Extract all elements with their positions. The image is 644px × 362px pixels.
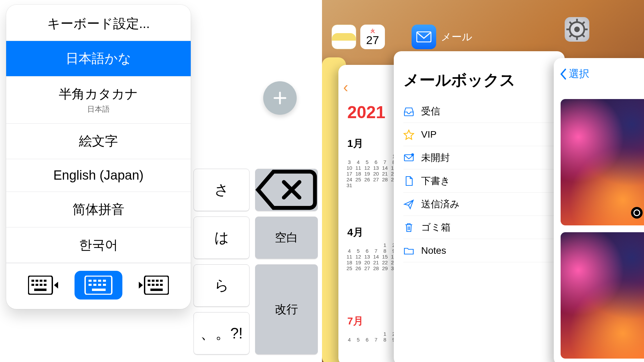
svg-rect-6	[36, 284, 38, 286]
switcher-app-mail[interactable]: メール	[412, 25, 472, 49]
svg-rect-7	[40, 284, 42, 286]
switcher-card-mail[interactable]: メールボックス 受信VIP未開封下書き送信済みゴミ箱Notes	[394, 51, 565, 362]
wallpaper-preview[interactable]	[561, 99, 644, 225]
dock-left-button[interactable]	[19, 271, 67, 300]
svg-rect-30	[417, 32, 431, 42]
keyboard-dock-row	[6, 263, 191, 309]
svg-rect-9	[34, 289, 46, 291]
wallpaper-preview[interactable]	[561, 232, 644, 359]
key-ra[interactable]: ら	[193, 264, 250, 307]
mail-rows: 受信VIP未開封下書き送信済みゴミ箱Notes	[403, 100, 565, 262]
key-enter[interactable]: 改行	[255, 264, 318, 354]
kbd-option-label: 半角カタカナ	[59, 87, 138, 101]
switcher-app-settings[interactable]	[565, 17, 589, 42]
mail-card-title: メールボックス	[403, 70, 565, 91]
mail-row-unread[interactable]: 未開封	[403, 146, 562, 169]
mail-row-label: VIP	[421, 129, 437, 140]
mail-row-label: 受信	[421, 105, 440, 118]
settings-back-button[interactable]: 選択	[554, 58, 644, 90]
key-punct[interactable]: 、。?!	[193, 312, 250, 354]
key-delete[interactable]	[255, 169, 318, 211]
mail-row-label: 送信済み	[421, 198, 460, 211]
kbd-option-label: 絵文字	[79, 134, 118, 148]
calendar-back-icon: ‹	[343, 79, 348, 96]
svg-rect-11	[89, 280, 92, 282]
mail-row-inbox[interactable]: 受信	[403, 100, 562, 123]
kbd-option-label: English (Japan)	[53, 168, 144, 182]
keyboard-area: さ は 空白 ら 改行 、。?! キーボード設定... 日本語かな 半角カタカナ	[0, 0, 322, 362]
kbd-option-chinese[interactable]: 简体拼音	[6, 192, 191, 227]
mail-row-draft[interactable]: 下書き	[403, 169, 562, 193]
svg-line-37	[569, 22, 572, 24]
svg-rect-3	[40, 280, 42, 282]
delete-icon	[255, 169, 318, 210]
mail-row-label: 未開封	[421, 151, 450, 164]
mail-row-label: Notes	[421, 245, 446, 256]
mail-row-sent[interactable]: 送信済み	[403, 193, 562, 216]
kbd-option-halfwidth[interactable]: 半角カタカナ 日本語	[6, 76, 191, 124]
chevron-left-icon	[560, 69, 567, 80]
add-button[interactable]	[263, 81, 297, 115]
svg-point-42	[411, 153, 414, 156]
plus-icon	[272, 90, 287, 106]
svg-line-39	[582, 22, 585, 24]
svg-rect-18	[103, 284, 106, 286]
mail-row-star[interactable]: VIP	[403, 123, 562, 146]
svg-rect-2	[36, 280, 38, 282]
svg-rect-1	[31, 280, 34, 282]
svg-rect-15	[89, 284, 92, 286]
svg-line-38	[582, 34, 585, 37]
kbd-option-label: 简体拼音	[72, 202, 124, 217]
switcher-app-notes[interactable]	[332, 25, 356, 49]
svg-rect-29	[150, 289, 163, 291]
svg-rect-22	[152, 280, 155, 282]
svg-rect-27	[156, 284, 159, 286]
svg-rect-26	[152, 284, 155, 286]
svg-rect-21	[148, 280, 150, 282]
mail-row-trash[interactable]: ゴミ箱	[403, 216, 562, 239]
settings-back-label: 選択	[569, 67, 589, 81]
kbd-option-english[interactable]: English (Japan)	[6, 159, 191, 192]
keyboard-right-icon	[138, 276, 169, 295]
calendar-icon: 火 27	[360, 25, 385, 49]
key-ha[interactable]: は	[193, 217, 250, 259]
svg-rect-23	[156, 280, 159, 282]
switcher-app-name: メール	[441, 30, 472, 44]
calendar-year: 2021	[347, 102, 385, 122]
svg-rect-13	[98, 280, 101, 282]
appearance-toggle-icon	[631, 207, 643, 219]
svg-rect-24	[160, 280, 163, 282]
dock-right-button[interactable]	[130, 271, 177, 300]
svg-rect-12	[93, 280, 96, 282]
notes-icon	[332, 25, 356, 49]
app-switcher: 火 27 メール ‹ 2021 1月 1234567891011121314	[322, 0, 644, 362]
svg-rect-17	[98, 284, 101, 286]
calendar-icon-day: 27	[366, 34, 379, 46]
svg-point-32	[574, 27, 580, 32]
svg-rect-28	[160, 284, 163, 286]
switcher-card-settings[interactable]: 選択	[554, 58, 644, 362]
mail-row-label: ゴミ箱	[421, 221, 451, 234]
dock-center-button[interactable]	[75, 271, 122, 300]
mail-row-label: 下書き	[421, 175, 450, 187]
popover-title[interactable]: キーボード設定...	[6, 5, 191, 41]
svg-rect-4	[44, 280, 46, 282]
kbd-option-kana[interactable]: 日本語かな	[6, 41, 191, 76]
mail-row-folder[interactable]: Notes	[403, 239, 562, 262]
kbd-option-korean[interactable]: 한국어	[6, 227, 191, 263]
key-space[interactable]: 空白	[255, 217, 318, 259]
keyboard-left-icon	[28, 276, 59, 295]
switcher-app-calendar[interactable]: 火 27	[360, 25, 385, 49]
settings-icon	[565, 17, 589, 42]
key-sa[interactable]: さ	[193, 169, 250, 211]
keyboard-settings-popover: キーボード設定... 日本語かな 半角カタカナ 日本語 絵文字 English …	[6, 5, 191, 309]
svg-rect-14	[103, 280, 106, 282]
svg-rect-25	[148, 284, 150, 286]
svg-rect-19	[92, 289, 106, 291]
svg-rect-5	[31, 284, 34, 286]
mail-icon	[412, 25, 436, 49]
kbd-option-emoji[interactable]: 絵文字	[6, 124, 191, 159]
kbd-option-sublabel: 日本語	[6, 104, 191, 114]
svg-rect-8	[44, 284, 46, 286]
kbd-option-label: 한국어	[79, 238, 118, 252]
